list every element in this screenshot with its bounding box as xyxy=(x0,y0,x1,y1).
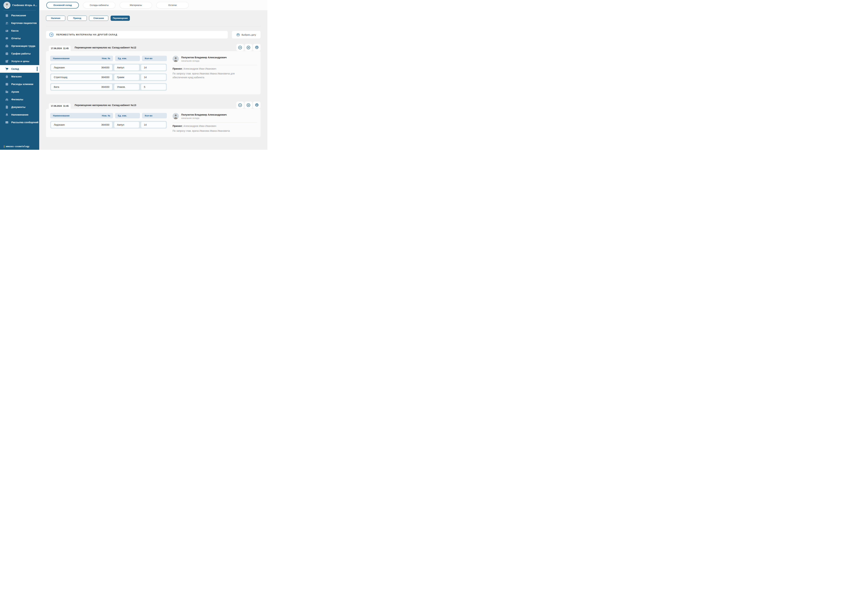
choose-date-button[interactable]: Выбрать дату xyxy=(232,31,261,39)
accepted-by: Александров Иван Иванович xyxy=(183,125,216,127)
sidebar-user[interactable]: Глобенко Игорь А... xyxy=(0,0,39,9)
transfer-card-2: 17.06.2024 11:45 Перемещение материалов … xyxy=(46,101,261,137)
sidebar-item-label: Филиалы xyxy=(11,98,23,101)
cell-qty: 14 xyxy=(141,122,166,128)
reports-icon xyxy=(5,36,9,40)
table-row: Лидокаин364830 Ампул 14 xyxy=(50,121,167,129)
sidebar-item-clinic-expenses[interactable]: Расходы клиники xyxy=(0,80,39,88)
material-num: 364830 xyxy=(101,86,109,88)
person-head: Полуэктов Владимир Александрович начальн… xyxy=(173,56,257,62)
archive-folder-icon xyxy=(5,90,9,94)
card-header: 17.06.2024 11:45 Перемещение материалов … xyxy=(46,44,261,51)
material-name: Лидокаин xyxy=(54,66,65,69)
sidebar-item-cashbox[interactable]: Касса xyxy=(0,27,39,35)
sidebar-item-reports[interactable]: Отчеты xyxy=(0,35,39,42)
table-header-row: Наименование Ном. № Ед. изм. Кол-во xyxy=(50,113,167,118)
cell-unit: Упаков. xyxy=(114,84,139,90)
subtab-incoming[interactable]: Приход xyxy=(68,16,87,21)
card-actions xyxy=(236,44,261,51)
accepted-line: Принял:Александров Иван Иванович xyxy=(173,125,257,127)
sidebar-item-work-schedule[interactable]: График работы xyxy=(0,50,39,57)
subtab-writeoff[interactable]: Списание xyxy=(89,16,108,21)
card-actions xyxy=(236,101,261,108)
transfer-card-1: 17.06.2024 11:45 Перемещение материалов … xyxy=(46,44,261,95)
material-name: Вата xyxy=(54,86,59,88)
manager-role: начальник склада xyxy=(181,60,227,62)
top-tabs-bar: Основной склад Склады-кабинеты Материалы… xyxy=(39,0,267,10)
table-header-qty: Кол-во xyxy=(142,56,167,61)
logo-text: emexes-cosmetology xyxy=(6,145,29,147)
material-num: 364830 xyxy=(101,66,109,69)
sidebar-item-schedule[interactable]: Расписание xyxy=(0,12,39,19)
card-body: Наименование Ном. № Ед. изм. Кол-во Лидо… xyxy=(46,51,261,95)
sidebar-item-archive[interactable]: Архив xyxy=(0,88,39,96)
services-chart-icon xyxy=(5,59,9,63)
schedule-icon xyxy=(5,14,9,17)
table-row: Вата364830 Упаков. 5 xyxy=(50,83,167,91)
brand-logo: emexes-cosmetology xyxy=(0,145,39,150)
print-button[interactable] xyxy=(253,101,261,108)
tab-materials[interactable]: Материалы xyxy=(120,2,152,9)
move-materials-label: ПЕРЕМЕСТИТЬ МАТЕРИАЛЫ НА ДРУГОЙ СКЛАД xyxy=(56,33,117,36)
branches-house-icon xyxy=(5,98,9,101)
tab-remainders[interactable]: Остатки xyxy=(156,2,189,9)
subtab-transfer[interactable]: Перемещение xyxy=(111,16,130,21)
cell-qty: 5 xyxy=(141,84,166,90)
sidebar-item-label: Отчеты xyxy=(11,37,21,40)
collapse-button[interactable] xyxy=(236,44,244,51)
col-name: Наименование xyxy=(53,57,69,60)
choose-date-label: Выбрать дату xyxy=(241,33,256,36)
col-name: Наименование xyxy=(53,114,69,117)
sidebar-item-services-prices[interactable]: Услуги и цены xyxy=(0,57,39,65)
tab-main-warehouse[interactable]: Основной склад xyxy=(46,2,79,9)
material-num: 364830 xyxy=(101,123,109,126)
material-name: Стрептоцид xyxy=(54,76,67,78)
work-calendar-icon xyxy=(5,52,9,56)
sidebar-item-label: Касса xyxy=(11,29,18,32)
card-datetime: 17.06.2024 11:45 xyxy=(49,46,71,51)
sidebar-item-warehouse[interactable]: Склад xyxy=(0,65,39,73)
sidebar-item-label: Документы xyxy=(11,106,26,108)
cell-name-num: Стрептоцид364830 xyxy=(51,74,112,80)
manager-name: Полуэктов Владимир Александрович xyxy=(181,56,227,59)
print-button[interactable] xyxy=(253,44,261,51)
sidebar-item-work-org[interactable]: Организация труда xyxy=(0,42,39,50)
sidebar-item-label: Расписание xyxy=(11,14,26,17)
chevron-up-circle-icon xyxy=(238,45,242,50)
sidebar-item-reminders[interactable]: Напоминания xyxy=(0,111,39,119)
sidebar-item-label: График работы xyxy=(11,52,30,55)
card-title: Перемещение материалов на: Склад-кабинет… xyxy=(75,104,136,107)
subtabs: Наличие Приход Списание Перемещение xyxy=(46,16,261,21)
cell-qty: 14 xyxy=(141,74,166,80)
subtab-availability[interactable]: Наличие xyxy=(46,16,65,21)
briefcase-icon xyxy=(5,44,9,48)
sidebar-item-documents[interactable]: Документы xyxy=(0,103,39,111)
sidebar-item-patient-cards[interactable]: Карточки пациентов xyxy=(0,19,39,27)
details-button[interactable] xyxy=(245,44,252,51)
table-header-name-num: Наименование Ном. № xyxy=(50,56,113,61)
tab-warehouse-cabinets[interactable]: Склады-кабинеты xyxy=(83,2,115,9)
sidebar-item-label: Рассылка сообщений xyxy=(11,121,38,124)
action-row: ПЕРЕМЕСТИТЬ МАТЕРИАЛЫ НА ДРУГОЙ СКЛАД Вы… xyxy=(46,31,261,39)
warehouse-app: Глобенко Игорь А... Расписание Карточки … xyxy=(0,0,267,150)
cell-name-num: Лидокаин364830 xyxy=(51,65,112,71)
sidebar-item-branches[interactable]: Филиалы xyxy=(0,96,39,103)
table-header-qty: Кол-во xyxy=(142,113,167,118)
expand-button[interactable] xyxy=(236,101,244,108)
sidebar-item-label: Услуги и цены xyxy=(11,60,29,63)
sidebar-item-messaging[interactable]: Рассылка сообщений xyxy=(0,119,39,126)
sidebar-item-shop[interactable]: Магазин xyxy=(0,73,39,80)
details-button[interactable] xyxy=(245,101,252,108)
manager-role: начальник склада xyxy=(181,117,227,119)
cell-name-num: Лидокаин364830 xyxy=(51,122,112,128)
person-block: Полуэктов Владимир Александрович начальн… xyxy=(173,56,257,91)
move-materials-button[interactable]: ПЕРЕМЕСТИТЬ МАТЕРИАЛЫ НА ДРУГОЙ СКЛАД xyxy=(46,31,228,39)
sidebar-item-label: Организация труда xyxy=(11,45,35,47)
sidebar-item-label: Архив xyxy=(11,90,19,93)
bell-icon xyxy=(5,113,9,117)
logo-bars-icon xyxy=(3,145,5,147)
table-header-unit: Ед. изм. xyxy=(115,113,140,118)
material-name: Лидокаин xyxy=(54,123,65,126)
manager-avatar xyxy=(173,113,179,119)
patients-icon xyxy=(5,21,9,25)
